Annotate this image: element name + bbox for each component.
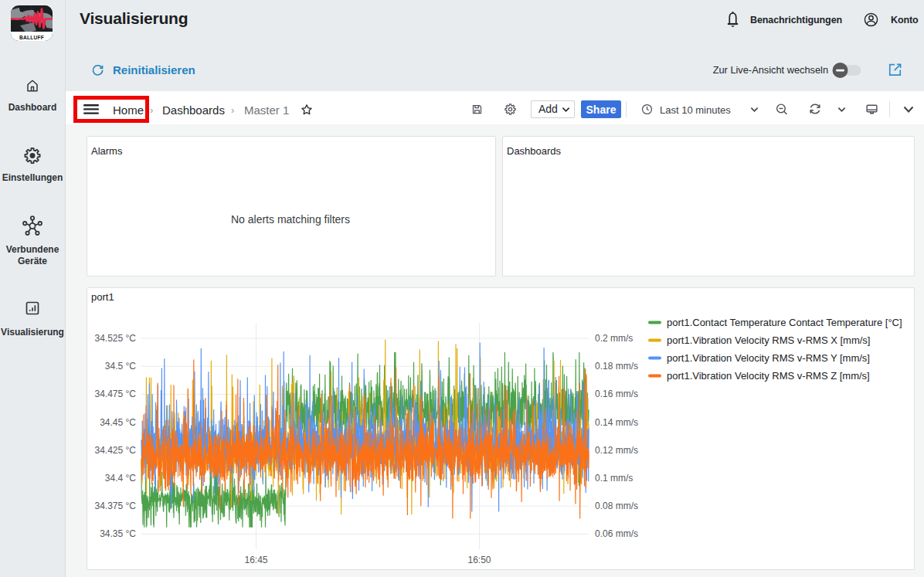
svg-text:34.45 °C: 34.45 °C bbox=[100, 417, 136, 428]
svg-text:BALLUFF: BALLUFF bbox=[19, 35, 44, 40]
svg-text:0.06 mm/s: 0.06 mm/s bbox=[595, 528, 638, 539]
svg-text:port1: port1 bbox=[91, 291, 114, 303]
svg-text:0.08 mm/s: 0.08 mm/s bbox=[595, 501, 638, 511]
svg-text:0.14 mm/s: 0.14 mm/s bbox=[595, 417, 638, 428]
svg-text:34.375 °C: 34.375 °C bbox=[94, 501, 136, 511]
svg-text:34.4 °C: 34.4 °C bbox=[105, 473, 136, 484]
svg-text:port1.Vibration Velocity RMS v: port1.Vibration Velocity RMS v-RMS Z [mm… bbox=[667, 370, 870, 382]
svg-text:16:45: 16:45 bbox=[244, 555, 267, 565]
svg-text:0.1 mm/s: 0.1 mm/s bbox=[595, 473, 633, 484]
svg-text:0.16 mm/s: 0.16 mm/s bbox=[595, 389, 638, 399]
svg-text:0.12 mm/s: 0.12 mm/s bbox=[595, 445, 638, 456]
svg-text:34.525 °C: 34.525 °C bbox=[94, 333, 136, 344]
svg-text:0.2 mm/s: 0.2 mm/s bbox=[595, 333, 633, 344]
svg-text:34.425 °C: 34.425 °C bbox=[94, 445, 136, 456]
svg-text:port1.Vibration Velocity RMS v: port1.Vibration Velocity RMS v-RMS X [mm… bbox=[667, 334, 870, 346]
svg-text:port1.Contact Temperature Cont: port1.Contact Temperature Contact Temper… bbox=[667, 317, 902, 328]
svg-text:34.35 °C: 34.35 °C bbox=[100, 528, 136, 539]
svg-text:16:50: 16:50 bbox=[467, 555, 491, 565]
svg-text:34.475 °C: 34.475 °C bbox=[94, 389, 136, 399]
svg-text:0.18 mm/s: 0.18 mm/s bbox=[595, 361, 638, 372]
svg-text:port1.Vibration Velocity RMS v: port1.Vibration Velocity RMS v-RMS Y [mm… bbox=[667, 352, 870, 364]
svg-text:34.5 °C: 34.5 °C bbox=[105, 361, 136, 372]
